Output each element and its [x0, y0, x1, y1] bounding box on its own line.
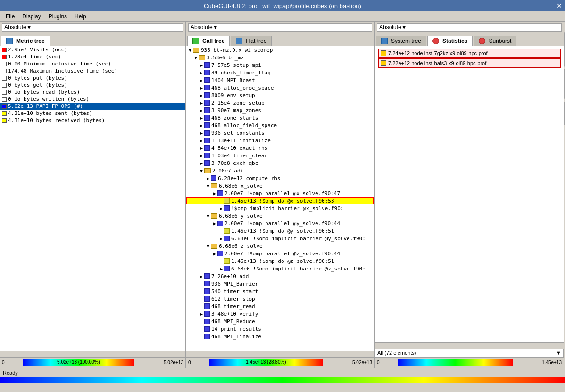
- tree-row[interactable]: ▶7.26e+10 add: [186, 272, 374, 280]
- tree-row[interactable]: 936 MPI_Barrier: [186, 280, 374, 287]
- tab-statistics[interactable]: Statistics: [427, 36, 473, 46]
- tree-expander[interactable]: ▶: [212, 221, 217, 226]
- tree-row[interactable]: ▶3.70e8 exch_qbc: [186, 159, 374, 167]
- tree-row[interactable]: ▶6.68e6 !$omp implicit barrier @y_solve.…: [186, 235, 374, 242]
- tree-expander[interactable]: ▶: [199, 63, 204, 68]
- tree-row[interactable]: ▶468 zone_starts: [186, 114, 374, 122]
- tree-row[interactable]: 1.45e+13 !$omp do @x_solve.f90:53: [186, 197, 374, 204]
- tree-row[interactable]: ▶468 alloc_field_space: [186, 122, 374, 129]
- tree-row[interactable]: ▶!$omp implicit barrier @x_solve.f90:: [186, 204, 374, 212]
- tree-row[interactable]: ▶39 check_timer_flag: [186, 69, 374, 76]
- tree-row[interactable]: ▶8009 env_setup: [186, 91, 374, 99]
- tree-row[interactable]: 1.46e+13 !$omp do @y_solve.f90:51: [186, 227, 374, 235]
- tree-row[interactable]: ▼6.68e6 z_solve: [186, 242, 374, 250]
- right-tree-content[interactable]: 7.24e+12 node inst-7g2kz-x9-ol89-hpc-pro…: [375, 46, 564, 342]
- tree-row[interactable]: ▼6.68e6 y_solve: [186, 212, 374, 220]
- tree-expander[interactable]: ▶: [199, 138, 204, 143]
- tree-expander[interactable]: ▶: [199, 274, 204, 279]
- tree-expander[interactable]: ▶: [199, 78, 204, 83]
- tree-expander[interactable]: ▶: [212, 251, 217, 256]
- tree-row[interactable]: ▼3.53e6 bt_mz: [186, 54, 374, 61]
- tab-sunburst[interactable]: Sunburst: [474, 36, 516, 46]
- tree-expander[interactable]: ▼: [199, 168, 204, 173]
- tree-row[interactable]: ▼2.00e7 adi: [186, 167, 374, 174]
- tab-metric-tree[interactable]: Metric tree: [1, 36, 50, 46]
- tree-expander[interactable]: ▶: [199, 161, 204, 166]
- tree-expander[interactable]: ▶: [199, 108, 204, 113]
- metric-row[interactable]: 2.95e7 Visits (occ): [0, 46, 185, 53]
- tree-row[interactable]: 468 MPI_Finalize: [186, 333, 374, 340]
- tree-row[interactable]: ▶7.57e5 setup_mpi: [186, 61, 374, 69]
- tree-row[interactable]: 1.46e+13 !$omp do @z_solve.f90:51: [186, 257, 374, 265]
- tree-expander[interactable]: ▶: [199, 93, 204, 98]
- metric-row[interactable]: 0 bytes_put (bytes): [0, 74, 185, 82]
- tree-row[interactable]: ▶4.84e+10 exact_rhs: [186, 144, 374, 152]
- tree-row[interactable]: ▶2.00e7 !$omp parallel @y_solve.f90:44: [186, 220, 374, 227]
- menu-plugins[interactable]: Plugins: [45, 12, 71, 21]
- tree-row[interactable]: 468 timer_read: [186, 302, 374, 310]
- left-hscroll[interactable]: [0, 351, 185, 357]
- right-dropdown[interactable]: Absolute ▼: [377, 23, 562, 32]
- tree-row[interactable]: ▶936 set_constants: [186, 129, 374, 137]
- tree-row[interactable]: ▼936 bt-mz.D.x_wi_scorep: [186, 46, 374, 54]
- tree-expander[interactable]: ▼: [193, 55, 199, 60]
- tree-row[interactable]: ▶3.90e7 map_zones: [186, 106, 374, 114]
- tree-row[interactable]: ▶3.48e+10 verify: [186, 310, 374, 318]
- metric-row[interactable]: 5.02e+13 PAPI_FP_OPS (#): [0, 103, 185, 110]
- tree-expander[interactable]: ▶: [218, 266, 224, 271]
- tree-row[interactable]: ▶1.03e4 timer_clear: [186, 152, 374, 159]
- metric-row[interactable]: 0.00 Minimum Inclusive Time (sec): [0, 60, 185, 67]
- mid-dropdown[interactable]: Absolute ▼: [188, 23, 372, 32]
- tree-row[interactable]: 540 timer_start: [186, 287, 374, 295]
- node-item[interactable]: 7.24e+12 node inst-7g2kz-x9-ol89-hpc-pro…: [378, 49, 561, 58]
- metric-row[interactable]: 0 io_bytes_read (bytes): [0, 89, 185, 96]
- tree-expander[interactable]: ▶: [199, 70, 204, 75]
- tab-flat-tree[interactable]: Flat tree: [231, 36, 272, 46]
- tree-row[interactable]: ▼6.68e6 x_solve: [186, 182, 374, 189]
- tree-expander[interactable]: ▶: [199, 115, 204, 121]
- tree-expander[interactable]: ▼: [187, 48, 193, 53]
- tab-call-tree[interactable]: Call tree: [187, 36, 230, 46]
- tree-expander[interactable]: ▼: [205, 213, 211, 219]
- left-dropdown[interactable]: Absolute ▼: [2, 23, 183, 32]
- tree-expander[interactable]: ▶: [218, 206, 224, 211]
- metric-row[interactable]: 4.31e+10 bytes_received (bytes): [0, 117, 185, 124]
- tree-expander[interactable]: ▶: [199, 100, 204, 106]
- tree-row[interactable]: ▶2.15e4 zone_setup: [186, 99, 374, 106]
- tree-row[interactable]: 612 timer_stop: [186, 295, 374, 302]
- tree-expander[interactable]: ▶: [199, 131, 204, 136]
- tree-expander[interactable]: ▶: [205, 176, 211, 181]
- tree-row[interactable]: ▶1404 MPI_Bcast: [186, 76, 374, 84]
- metric-row[interactable]: 0 io_bytes_written (bytes): [0, 96, 185, 103]
- tree-expander[interactable]: ▶: [199, 146, 204, 151]
- menu-help[interactable]: Help: [71, 12, 90, 21]
- tree-expander[interactable]: ▶: [212, 191, 217, 196]
- tree-expander[interactable]: ▼: [205, 244, 211, 249]
- metric-row[interactable]: 174.48 Maximum Inclusive Time (sec): [0, 67, 185, 74]
- tree-row[interactable]: 14 print_results: [186, 325, 374, 333]
- menu-file[interactable]: File: [2, 12, 18, 21]
- right-hscroll[interactable]: [375, 342, 564, 349]
- metric-tree-content[interactable]: 2.95e7 Visits (occ)1.23e4 Time (sec)0.00…: [0, 46, 185, 351]
- close-button[interactable]: ✕: [557, 2, 562, 9]
- tree-expander[interactable]: ▼: [205, 183, 211, 188]
- tree-row[interactable]: ▶1.13e+11 initialize: [186, 137, 374, 144]
- tab-system-tree[interactable]: System tree: [376, 36, 426, 46]
- tree-row[interactable]: ▶468 alloc_proc_space: [186, 84, 374, 91]
- all-elements-dropdown[interactable]: All (72 elements) ▼: [375, 349, 564, 357]
- tree-expander[interactable]: ▶: [199, 153, 204, 158]
- tree-row[interactable]: 468 MPI_Reduce: [186, 318, 374, 325]
- tree-row[interactable]: ▶6.28e+12 compute_rhs: [186, 174, 374, 182]
- tree-expander[interactable]: ▶: [199, 311, 204, 317]
- menu-display[interactable]: Display: [18, 12, 44, 21]
- tree-row[interactable]: ▶2.00e7 !$omp parallel @z_solve.f90:44: [186, 250, 374, 257]
- tree-row[interactable]: ▶2.00e7 !$omp parallel @x_solve.f90:47: [186, 189, 374, 197]
- metric-row[interactable]: 0 bytes_get (bytes): [0, 82, 185, 89]
- tree-expander[interactable]: ▶: [218, 236, 224, 241]
- node-item[interactable]: 7.22e+12 node inst-hafs3-x9-ol89-hpc-pro…: [378, 58, 561, 68]
- mid-hscroll[interactable]: [186, 351, 374, 357]
- metric-row[interactable]: 1.23e4 Time (sec): [0, 53, 185, 60]
- call-tree-content[interactable]: ▼936 bt-mz.D.x_wi_scorep▼3.53e6 bt_mz▶7.…: [186, 46, 374, 351]
- tree-row[interactable]: ▶6.68e6 !$omp implicit barrier @z_solve.…: [186, 265, 374, 272]
- tree-expander[interactable]: ▶: [199, 85, 204, 90]
